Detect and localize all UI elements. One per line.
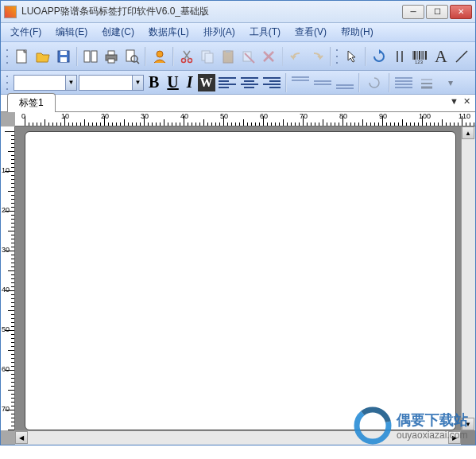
toolbar-main: 123 A [1,42,475,71]
svg-rect-8 [108,59,114,63]
rotate-icon[interactable] [363,72,385,94]
separator [282,47,284,66]
svg-rect-18 [205,53,213,63]
svg-point-14 [188,58,192,62]
app-icon [4,6,17,18]
tabstrip: 标签1 ▼ ✕ [1,95,475,112]
cut-icon[interactable] [178,45,196,68]
watermark-logo-icon [354,406,392,445]
justify-icon[interactable] [395,74,412,91]
watermark-url: ouyaoxiazai.com [397,430,468,441]
pointer-icon[interactable] [343,45,362,68]
menu-file[interactable]: 文件(F) [10,25,41,39]
maximize-button[interactable]: ☐ [426,5,448,19]
menu-view[interactable]: 查看(V) [295,25,327,39]
separator [145,47,146,66]
separator [172,47,174,66]
chevron-down-icon: ▼ [132,76,143,90]
line-weight-icon[interactable] [416,72,438,94]
open-icon[interactable] [34,45,52,68]
menu-tools[interactable]: 工具(T) [250,25,281,39]
toolbar-grip[interactable] [6,47,10,66]
menu-arrange[interactable]: 排列(A) [203,25,235,39]
separator [358,73,360,92]
separator [330,47,331,66]
delete-icon[interactable] [260,45,278,68]
barcode-icon[interactable]: 123 [412,45,430,68]
align-center-icon[interactable] [241,74,258,91]
line-tool-icon[interactable] [452,45,470,68]
svg-line-15 [184,51,190,59]
page-setup-icon[interactable] [82,45,100,68]
svg-rect-4 [84,51,90,62]
undo-icon[interactable] [287,45,305,68]
menubar: 文件(F) 编辑(E) 创建(C) 数据库(L) 排列(A) 工具(T) 查看(… [1,23,475,42]
tab-menu-icon[interactable]: ▼ [450,96,459,107]
font-size-combo[interactable]: ▼ [79,75,144,91]
horizontal-ruler[interactable]: 0102030405060708090100110 [15,112,475,126]
align-left-icon[interactable] [219,74,236,91]
svg-rect-3 [60,57,67,62]
more-icon[interactable]: ▾ [439,72,462,94]
bold-button[interactable]: B [145,73,162,92]
vertical-scrollbar[interactable]: ▲ ▼ [461,126,475,430]
redo-icon[interactable] [308,45,326,68]
minimize-button[interactable]: ─ [402,5,424,19]
underline-button[interactable]: U [164,73,181,92]
svg-rect-2 [60,51,67,55]
separator [389,73,390,92]
scroll-up-icon[interactable]: ▲ [462,126,474,139]
svg-rect-20 [226,50,230,53]
document-tab[interactable]: 标签1 [7,93,56,112]
separator [365,47,366,66]
vline-icon[interactable] [391,45,409,68]
watermark-name: 偶要下载站 [397,410,468,430]
valign-bottom-icon[interactable] [336,74,354,91]
refresh-icon[interactable] [370,45,389,68]
chevron-down-icon: ▼ [65,76,76,90]
user-icon[interactable] [150,45,168,68]
menu-edit[interactable]: 编辑(E) [56,25,87,39]
preview-icon[interactable] [123,45,141,68]
new-icon[interactable] [14,45,32,68]
align-right-icon[interactable] [263,74,281,91]
scroll-left-icon[interactable]: ◀ [15,431,28,444]
paste-icon[interactable] [219,45,237,68]
save-icon[interactable] [55,45,73,68]
separator [285,73,287,92]
word-button[interactable]: W [198,74,215,91]
app-window: LUOAPP骆谱条码标签打印软件V6.0_基础版 ─ ☐ ✕ 文件(F) 编辑(… [0,0,476,445]
svg-point-13 [181,58,185,62]
italic-button[interactable]: I [184,73,196,92]
menu-help[interactable]: 帮助(H) [341,25,373,39]
svg-line-16 [184,51,189,59]
svg-rect-5 [91,51,97,62]
font-family-combo[interactable]: ▼ [14,75,77,91]
separator [76,47,78,66]
svg-rect-19 [223,51,233,63]
watermark: 偶要下载站 ouyaoxiazai.com [354,406,468,445]
valign-middle-icon[interactable] [314,74,331,91]
svg-line-35 [456,51,467,62]
label-canvas[interactable] [25,131,456,430]
copy-icon[interactable] [198,45,216,68]
menu-create[interactable]: 创建(C) [102,25,134,39]
vertical-ruler[interactable]: 1020304050607080 [1,126,15,430]
close-button[interactable]: ✕ [450,5,472,19]
tab-close-icon[interactable]: ✕ [463,96,470,107]
window-controls: ─ ☐ ✕ [402,5,472,19]
print-icon[interactable] [103,45,121,68]
titlebar: LUOAPP骆谱条码标签打印软件V6.0_基础版 ─ ☐ ✕ [1,1,475,23]
svg-rect-7 [108,51,114,55]
window-title: LUOAPP骆谱条码标签打印软件V6.0_基础版 [21,5,402,18]
valign-top-icon[interactable] [292,74,309,91]
svg-text:123: 123 [415,60,424,64]
clear-icon[interactable] [239,45,257,68]
svg-point-12 [157,51,163,57]
toolbar-grip[interactable] [6,73,10,92]
toolbar-grip[interactable] [335,47,339,66]
menu-database[interactable]: 数据库(L) [149,25,189,39]
svg-line-11 [137,61,139,64]
text-tool-icon[interactable]: A [431,45,450,68]
workspace: 0102030405060708090100110 10203040506070… [1,112,475,445]
